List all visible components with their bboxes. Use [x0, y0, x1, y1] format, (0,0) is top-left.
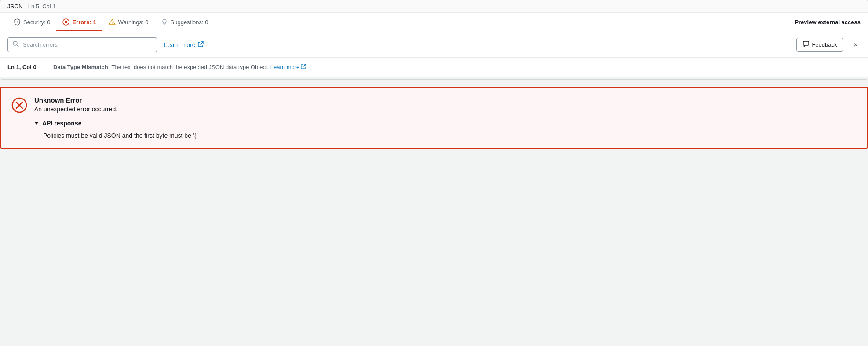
chevron-down-icon [34, 120, 39, 127]
svg-text:!: ! [17, 21, 18, 24]
error-learn-more-link[interactable]: Learn more [270, 64, 306, 70]
api-response-body: Policies must be valid JSON and the firs… [34, 132, 857, 139]
svg-line-9 [17, 45, 18, 47]
editor-panel: JSON Ln 5, Col 1 ! Security: 0 [0, 0, 868, 80]
tab-security-label: Security: 0 [23, 19, 50, 26]
svg-line-10 [201, 42, 203, 44]
warning-triangle-icon: ! [109, 18, 116, 26]
search-icon [12, 40, 19, 49]
error-type: Data Type Mismatch: [53, 64, 110, 70]
editor-position: Ln 5, Col 1 [28, 3, 56, 10]
search-feedback-row: Learn more [0, 32, 868, 58]
error-notification-content: Unknown Error An unexpected error occurr… [34, 96, 857, 139]
svg-marker-18 [34, 122, 39, 125]
external-link-icon [198, 41, 204, 48]
error-circle-icon [62, 18, 69, 26]
editor-language: JSON [7, 3, 23, 10]
close-icon: × [853, 40, 858, 49]
error-text: The text does not match the expected JSO… [111, 64, 270, 70]
error-row: Ln 1, Col 0 Data Type Mismatch: The text… [0, 58, 868, 77]
tab-security[interactable]: ! Security: 0 [7, 14, 56, 31]
svg-text:!: ! [111, 21, 112, 24]
error-notification-title: Unknown Error [34, 96, 857, 104]
close-button[interactable]: × [850, 39, 861, 51]
search-input[interactable] [23, 41, 152, 48]
error-learn-more-label: Learn more [270, 64, 299, 70]
error-notification-icon [11, 97, 27, 113]
svg-line-14 [303, 64, 306, 67]
editor-status-bar: JSON Ln 5, Col 1 [0, 0, 868, 13]
lightbulb-icon [161, 18, 168, 26]
search-box[interactable] [7, 37, 157, 52]
tab-suggestions[interactable]: Suggestions: 0 [155, 14, 215, 31]
tab-warnings-label: Warnings: 0 [118, 19, 149, 26]
tabs-row: ! Security: 0 Errors: 1 [0, 13, 868, 32]
shield-icon: ! [14, 18, 21, 26]
learn-more-label: Learn more [164, 41, 196, 48]
learn-more-link[interactable]: Learn more [164, 41, 204, 48]
tab-errors[interactable]: Errors: 1 [56, 14, 102, 31]
tab-errors-label: Errors: 1 [72, 19, 96, 26]
error-notification-panel: Unknown Error An unexpected error occurr… [0, 87, 868, 149]
tab-suggestions-label: Suggestions: 0 [171, 19, 208, 26]
api-response-toggle[interactable]: API response [34, 120, 857, 127]
svg-rect-11 [803, 41, 809, 45]
error-location: Ln 1, Col 0 [7, 64, 47, 70]
error-message: Data Type Mismatch: The text does not ma… [53, 64, 306, 70]
preview-external-access[interactable]: Preview external access [795, 15, 861, 30]
feedback-icon [803, 41, 809, 48]
tab-warnings[interactable]: ! Warnings: 0 [102, 14, 155, 31]
error-external-icon [301, 64, 306, 70]
error-notification-description: An unexpected error occurred. [34, 106, 857, 113]
feedback-button[interactable]: Feedback [796, 38, 843, 52]
feedback-label: Feedback [812, 41, 837, 48]
resize-handle[interactable] [0, 77, 868, 79]
api-response-label: API response [42, 120, 81, 127]
